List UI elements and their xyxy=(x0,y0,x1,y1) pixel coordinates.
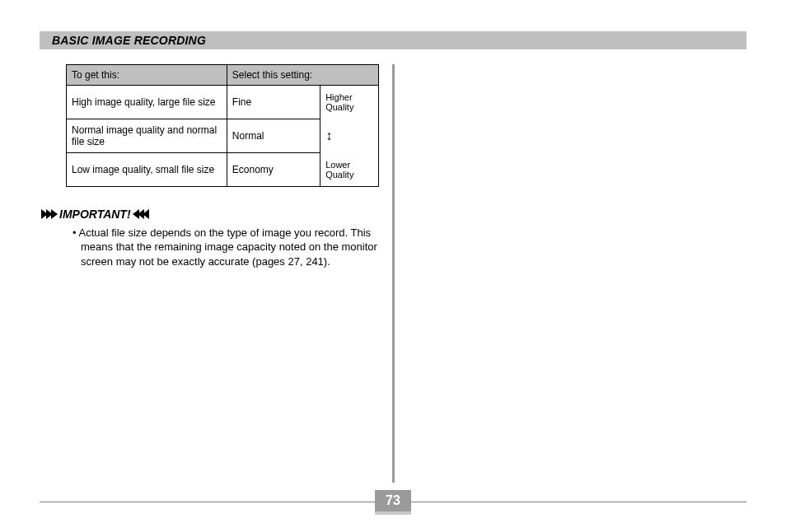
quality-table: To get this: Select this setting: High i… xyxy=(66,64,379,187)
chevron-left-icon xyxy=(144,209,149,219)
section-title-bar: BASIC IMAGE RECORDING xyxy=(40,31,746,49)
table-cell-desc: High image quality, large file size xyxy=(67,86,227,119)
table-cell-setting: Normal xyxy=(227,119,320,153)
important-block: IMPORTANT! • Actual file size depends on… xyxy=(66,207,379,269)
table-cell-desc: Low image quality, small file size xyxy=(67,153,227,187)
important-text: Actual file size depends on the type of … xyxy=(78,226,377,268)
table-cell-quality: ↕ xyxy=(320,119,379,153)
table-cell-quality: Higher Quality xyxy=(320,86,379,119)
table-cell-setting: Economy xyxy=(227,153,320,187)
important-body: • Actual file size depends on the type o… xyxy=(66,226,379,269)
table-cell-setting: Fine xyxy=(227,86,320,119)
page-number-badge: 73 xyxy=(375,490,411,511)
column-divider xyxy=(392,64,395,483)
page-number: 73 xyxy=(386,493,400,508)
bullet-icon: • xyxy=(73,226,77,239)
table-row: Normal image quality and normal file siz… xyxy=(67,119,379,153)
table-header-col2: Select this setting: xyxy=(227,65,378,86)
table-header-col1: To get this: xyxy=(67,65,227,86)
section-title: BASIC IMAGE RECORDING xyxy=(52,34,206,47)
table-row: Low image quality, small file size Econo… xyxy=(67,153,379,187)
table-row: High image quality, large file size Fine… xyxy=(67,86,379,119)
left-column: To get this: Select this setting: High i… xyxy=(66,64,379,269)
footer: 73 xyxy=(40,490,746,515)
table-cell-quality: Lower Quality xyxy=(320,153,379,187)
table-cell-desc: Normal image quality and normal file siz… xyxy=(67,119,227,153)
chevron-right-icon xyxy=(51,209,56,219)
table-header-row: To get this: Select this setting: xyxy=(67,65,379,86)
important-heading: IMPORTANT! xyxy=(41,207,379,222)
up-down-arrow-icon: ↕ xyxy=(325,128,332,142)
important-label: IMPORTANT! xyxy=(59,207,131,222)
